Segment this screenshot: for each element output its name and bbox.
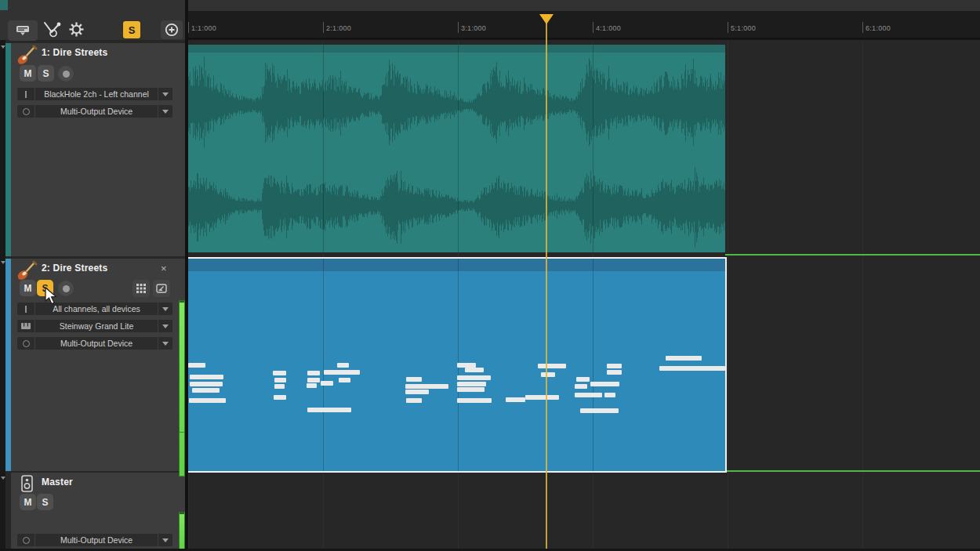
- midi-note[interactable]: [405, 384, 448, 389]
- track2-name[interactable]: 2: Dire Streets: [42, 263, 107, 274]
- midi-note[interactable]: [406, 398, 422, 403]
- clip-bar-line: [593, 45, 593, 252]
- track2-popup-window-button[interactable]: [153, 280, 170, 297]
- midi-note[interactable]: [324, 370, 360, 375]
- panel-icon: [16, 25, 30, 36]
- track2-mute-button[interactable]: M: [20, 280, 36, 296]
- midi-note[interactable]: [190, 382, 223, 386]
- master-solo-button[interactable]: S: [37, 494, 53, 510]
- master-track-name[interactable]: Master: [42, 477, 73, 488]
- chevron-down-icon[interactable]: [158, 337, 172, 350]
- midi-note[interactable]: [666, 356, 702, 361]
- automation-icon: [42, 20, 63, 38]
- midi-note[interactable]: [274, 384, 285, 389]
- track2-close-button[interactable]: ×: [161, 263, 167, 274]
- waveform-graphic: [187, 45, 725, 252]
- output-icon: [17, 105, 35, 118]
- midi-clip-dire-streets-selected[interactable]: [185, 257, 727, 473]
- midi-note[interactable]: [307, 378, 320, 382]
- midi-note[interactable]: [576, 377, 590, 382]
- midi-note[interactable]: [337, 363, 349, 368]
- ruler-tick-label: 6:1:000: [866, 24, 891, 32]
- track1-mute-button[interactable]: M: [20, 65, 36, 82]
- header-timeline-divider: [185, 0, 188, 551]
- chevron-down-icon[interactable]: [158, 320, 172, 332]
- clip-bar-line: [593, 259, 593, 471]
- audio-clip-dire-streets[interactable]: [187, 45, 725, 252]
- track1-output-selector[interactable]: Multi-Output Device: [17, 105, 172, 118]
- track2-grid-view-button[interactable]: [132, 280, 150, 297]
- midi-note[interactable]: [190, 375, 223, 379]
- chevron-down-icon[interactable]: [158, 105, 172, 118]
- automation-button[interactable]: [42, 20, 63, 42]
- midi-note[interactable]: [307, 383, 317, 388]
- midi-note[interactable]: [465, 368, 484, 372]
- track1-output-label: Multi-Output Device: [35, 107, 158, 116]
- master-output-selector[interactable]: Multi-Output Device: [17, 534, 172, 546]
- midi-note[interactable]: [192, 388, 220, 393]
- midi-note[interactable]: [188, 363, 205, 368]
- track-header-master[interactable]: Master M S Multi-Output Device: [5, 473, 185, 549]
- midi-note[interactable]: [406, 377, 422, 382]
- midi-note[interactable]: [274, 395, 286, 400]
- midi-note[interactable]: [575, 393, 602, 397]
- chevron-down-icon[interactable]: [158, 303, 172, 315]
- track2-instrument-selector[interactable]: Steinway Grand Lite: [17, 320, 172, 332]
- chevron-down-icon[interactable]: [158, 534, 172, 546]
- midi-note[interactable]: [590, 382, 619, 386]
- ruler-tick-label: 1:1:000: [191, 24, 216, 32]
- track2-color-strip: [5, 259, 11, 471]
- output-icon: [17, 534, 35, 546]
- midi-note[interactable]: [538, 364, 566, 368]
- track2-output-selector[interactable]: Multi-Output Device: [17, 337, 172, 350]
- midi-note[interactable]: [273, 371, 286, 375]
- midi-note[interactable]: [321, 381, 333, 386]
- midi-note[interactable]: [525, 395, 559, 400]
- ruler-tick-label: 2:1:000: [326, 24, 351, 32]
- midi-note[interactable]: [659, 366, 725, 371]
- master-mute-button[interactable]: M: [20, 494, 36, 510]
- guitar-icon: [16, 260, 38, 282]
- input-icon: [17, 88, 35, 100]
- track1-solo-button[interactable]: S: [38, 65, 54, 82]
- midi-note[interactable]: [274, 378, 286, 382]
- midi-note[interactable]: [541, 372, 555, 377]
- midi-note[interactable]: [457, 375, 491, 380]
- global-solo-indicator[interactable]: S: [123, 21, 140, 38]
- midi-note[interactable]: [607, 370, 622, 375]
- panel-toggle-button[interactable]: [8, 20, 38, 41]
- track-header-1[interactable]: 1: Dire Streets M S BlackHole 2ch - Left…: [5, 43, 185, 256]
- midi-clip-header[interactable]: [187, 259, 725, 271]
- midi-note[interactable]: [457, 387, 485, 392]
- midi-note[interactable]: [189, 398, 226, 403]
- midi-note[interactable]: [307, 371, 320, 375]
- track-header-2[interactable]: 2: Dire Streets × M S All c: [5, 259, 185, 471]
- track-collapse-column: [0, 0, 5, 551]
- timeline-ruler[interactable]: 1:1:0002:1:0003:1:0004:1:0005:1:0006:1:0…: [188, 11, 980, 38]
- track-divider-green-line: [725, 254, 980, 256]
- midi-note[interactable]: [405, 390, 429, 394]
- grid-icon: [136, 284, 146, 293]
- midi-note[interactable]: [575, 384, 587, 389]
- track1-name[interactable]: 1: Dire Streets: [42, 47, 107, 58]
- midi-note[interactable]: [339, 378, 350, 382]
- keyboard-icon: [17, 320, 35, 332]
- chevron-down-icon[interactable]: [158, 88, 172, 100]
- track1-input-selector[interactable]: BlackHole 2ch - Left channel: [17, 88, 172, 100]
- track2-level-meter: [179, 300, 185, 477]
- playhead-marker[interactable]: [539, 14, 554, 24]
- add-track-button[interactable]: [161, 20, 183, 39]
- track1-record-arm-button[interactable]: [58, 66, 74, 82]
- midi-note[interactable]: [604, 393, 615, 397]
- midi-note[interactable]: [506, 397, 525, 402]
- settings-button[interactable]: [69, 22, 84, 40]
- midi-note[interactable]: [580, 408, 619, 413]
- midi-note[interactable]: [307, 408, 351, 412]
- master-output-label: Multi-Output Device: [35, 535, 158, 545]
- midi-note[interactable]: [457, 382, 486, 386]
- midi-note[interactable]: [607, 364, 622, 368]
- record-dot-icon: [63, 285, 70, 292]
- track2-input-selector[interactable]: All channels, all devices: [17, 303, 172, 315]
- midi-note[interactable]: [457, 398, 492, 403]
- track2-record-arm-button[interactable]: [58, 281, 74, 296]
